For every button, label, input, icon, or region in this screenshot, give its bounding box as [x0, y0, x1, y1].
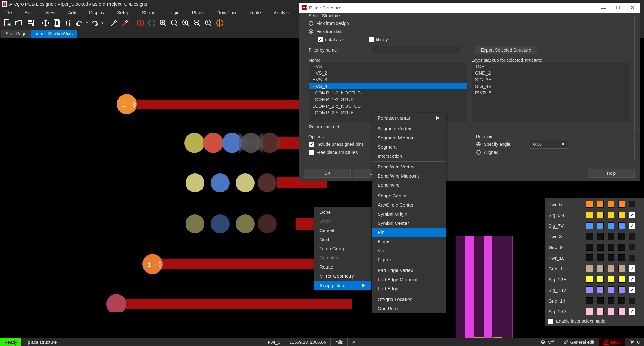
move-icon[interactable]: [41, 18, 51, 28]
list-item[interactable]: LCOMP_1-2_NOSTUB: [309, 89, 467, 96]
context-menu-item[interactable]: Intersection: [372, 151, 446, 161]
layer-row[interactable]: Pwr_5✓: [548, 199, 641, 210]
context-menu-item[interactable]: Mirror Geometry: [314, 271, 371, 281]
menu-file[interactable]: File: [4, 10, 12, 15]
context-menu-item[interactable]: Segment Midpoint: [372, 133, 446, 142]
list-item[interactable]: LCOMP_2-5_NOSTUB: [309, 103, 467, 109]
layer-row[interactable]: Sig_13V✓: [548, 285, 641, 295]
status-p[interactable]: P: [347, 338, 359, 346]
minimize-button[interactable]: —: [596, 3, 611, 13]
context-menu-item[interactable]: Done: [314, 207, 371, 217]
target-green-icon[interactable]: [147, 18, 157, 28]
list-item[interactable]: HVS_4: [309, 83, 467, 89]
context-menu-item[interactable]: Symbol Origin: [372, 209, 446, 218]
tab-start-page[interactable]: Start Page: [1, 30, 31, 38]
dialog-titlebar[interactable]: Place Structure — ☐ ✕: [299, 3, 640, 13]
context-menu-item[interactable]: Bond Wire Vertex: [372, 162, 446, 171]
undo-icon[interactable]: [75, 18, 85, 28]
radio-pick-from-list[interactable]: Pick from list:: [309, 27, 630, 36]
status-visibility[interactable]: Off: [536, 338, 558, 346]
copy-icon[interactable]: [52, 18, 62, 28]
list-item[interactable]: LCOMP_1-2_STUB: [309, 96, 467, 103]
list-item[interactable]: SIG_4V: [472, 83, 630, 89]
open-file-icon[interactable]: [14, 18, 24, 28]
maximize-button[interactable]: ☐: [611, 3, 625, 13]
context-menu-item[interactable]: Cancel: [314, 226, 371, 235]
layer-row[interactable]: Pwr_8✓: [548, 231, 641, 242]
close-button[interactable]: ✕: [625, 3, 640, 13]
list-item[interactable]: HVS_1: [309, 63, 467, 70]
context-menu-item[interactable]: Symbol Center: [372, 218, 446, 228]
context-menu-item[interactable]: Temp Group: [314, 244, 371, 253]
status-select-count[interactable]: 0: [625, 338, 644, 346]
list-item[interactable]: GND_2: [472, 70, 630, 76]
context-menu-item[interactable]: Segment Vertex: [372, 124, 446, 133]
context-menu-item[interactable]: Finger: [372, 237, 446, 246]
layer-row[interactable]: Sig_7V✓: [548, 220, 641, 231]
highlight-icon[interactable]: [109, 18, 119, 28]
layer-row[interactable]: Gnd_9✓: [548, 242, 641, 252]
target-red-icon[interactable]: [136, 18, 146, 28]
menu-analyze[interactable]: Analyze: [274, 10, 290, 15]
new-file-icon[interactable]: [3, 18, 13, 28]
enable-layer-select-checkbox[interactable]: Enable layer select mode: [548, 319, 641, 324]
menu-route[interactable]: Route: [248, 10, 261, 15]
redo-icon[interactable]: [90, 18, 100, 28]
zoom-fit-icon[interactable]: [158, 18, 168, 28]
context-menu-item[interactable]: Rotate: [314, 262, 371, 271]
unhighlight-icon[interactable]: [120, 18, 130, 28]
context-menu-item[interactable]: Arc/Circle Center: [372, 200, 446, 209]
tab-design[interactable]: Viper_StackedVias: [31, 30, 77, 38]
radio-aligned[interactable]: Aligned: [476, 148, 630, 156]
layer-row[interactable]: Sig_6H✓: [548, 210, 641, 220]
zoom-in-icon[interactable]: [181, 18, 191, 28]
export-structure-button[interactable]: Export Selected Structure: [475, 46, 537, 54]
list-item[interactable]: TOP: [472, 63, 630, 70]
status-drc[interactable]: DRC: [599, 338, 625, 346]
checkbox-library[interactable]: library: [369, 37, 388, 42]
angle-select[interactable]: 0.00▼: [530, 140, 568, 149]
context-menu-item[interactable]: Figure: [372, 255, 446, 264]
menu-shape[interactable]: Shape: [142, 10, 155, 15]
ok-button[interactable]: OK: [304, 169, 351, 178]
list-item[interactable]: HVS_3: [309, 76, 467, 83]
context-menu-item[interactable]: Grid Point: [372, 304, 446, 313]
menu-logic[interactable]: Logic: [168, 10, 180, 15]
context-menu-item[interactable]: Segment: [372, 142, 446, 151]
menu-setup[interactable]: Setup: [117, 10, 129, 15]
zoom-window-icon[interactable]: [169, 18, 180, 28]
context-menu-item[interactable]: Pad Edge: [372, 284, 446, 293]
zoom-center-icon[interactable]: [215, 18, 225, 28]
menu-add[interactable]: Add: [68, 10, 76, 15]
layer-row[interactable]: Gnd_14✓: [548, 295, 641, 306]
save-icon[interactable]: [25, 18, 35, 28]
context-menu-item[interactable]: Pin: [372, 228, 446, 237]
menu-place[interactable]: Place: [192, 10, 204, 15]
context-menu-item[interactable]: Persistent snap▶: [372, 113, 446, 122]
status-edit-mode[interactable]: General edit: [558, 338, 599, 346]
menu-display[interactable]: Display: [89, 10, 104, 15]
list-item[interactable]: SIG_3H: [472, 76, 630, 83]
layer-row[interactable]: Pwr_10✓: [548, 252, 641, 263]
radio-pick-from-design[interactable]: Pick from design: [309, 19, 630, 27]
context-menu-item[interactable]: Pad Edge Vertex: [372, 266, 446, 275]
zoom-out-icon[interactable]: [192, 18, 202, 28]
context-menu-item[interactable]: Bond Wire: [372, 180, 446, 190]
context-menu-item[interactable]: Shape Center: [372, 191, 446, 200]
layer-row[interactable]: Sig_15V✓: [548, 306, 641, 317]
context-menu-item[interactable]: Bond Wire Midpoint: [372, 171, 446, 180]
list-item[interactable]: HVS_2: [309, 70, 467, 76]
list-item[interactable]: PWR_5: [472, 89, 630, 96]
status-unit[interactable]: mils: [330, 338, 347, 346]
menu-view[interactable]: View: [45, 10, 55, 15]
context-menu-item[interactable]: Off-grid Location: [372, 295, 446, 304]
layer-stackup-list[interactable]: TOPGND_2SIG_3HSIG_4VPWR_5: [472, 63, 630, 122]
menu-flowplan[interactable]: FlowPlan: [216, 10, 236, 15]
layer-row[interactable]: Sig_12H✓: [548, 274, 641, 285]
context-menu-item[interactable]: Via: [372, 246, 446, 255]
delete-icon[interactable]: [63, 18, 73, 28]
status-active-layer[interactable]: Pwr_5: [263, 338, 285, 346]
menu-edit[interactable]: Edit: [25, 10, 33, 15]
checkbox-database[interactable]: ✓database: [318, 37, 343, 42]
context-menu-item[interactable]: Pad Edge Midpoint: [372, 275, 446, 284]
